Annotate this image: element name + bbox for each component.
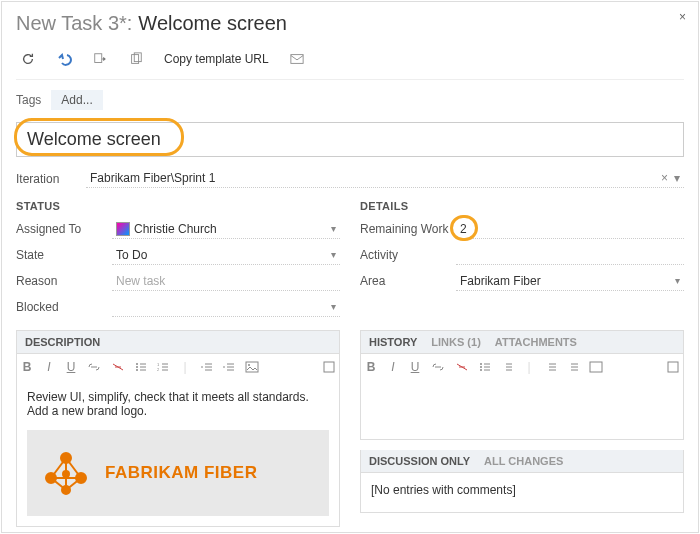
number-list-icon[interactable]: 12 [157, 362, 169, 372]
outdent-icon[interactable] [201, 362, 213, 372]
discussion-body: [No entries with comments] [360, 473, 684, 513]
underline-icon[interactable]: U [409, 360, 421, 374]
chevron-down-icon[interactable]: ▾ [331, 249, 336, 260]
brand-name: FABRIKAM FIBER [105, 463, 257, 483]
details-heading: DETAILS [360, 200, 684, 212]
svg-rect-0 [95, 54, 102, 63]
svg-point-24 [480, 366, 482, 368]
svg-point-22 [63, 471, 69, 477]
copy-icon[interactable] [128, 51, 144, 67]
refresh-icon[interactable] [20, 51, 36, 67]
svg-point-18 [61, 453, 71, 463]
clear-icon[interactable]: × [661, 171, 668, 185]
history-toolbar: B I U | [360, 354, 684, 380]
undo-icon[interactable] [56, 51, 72, 67]
svg-rect-9 [246, 362, 258, 372]
reason-label: Reason [16, 274, 112, 288]
description-toolbar: B I U 12 | [16, 354, 340, 380]
reason-field[interactable]: New task [112, 271, 340, 291]
area-field[interactable]: Fabrikam Fiber ▾ [456, 271, 684, 291]
status-heading: STATUS [16, 200, 340, 212]
unlink-icon[interactable] [455, 362, 469, 372]
blocked-field[interactable]: ▾ [112, 297, 340, 317]
chevron-down-icon[interactable]: ▾ [331, 223, 336, 234]
chevron-down-icon[interactable]: ▾ [675, 275, 680, 286]
area-label: Area [360, 274, 456, 288]
brand-logo-block: FABRIKAM FIBER [27, 430, 329, 516]
assign-icon[interactable] [92, 51, 108, 67]
remaining-work-label: Remaining Work [360, 222, 456, 236]
avatar [116, 222, 130, 236]
outdent-icon[interactable] [545, 362, 557, 372]
main-toolbar: Copy template URL [16, 45, 684, 80]
svg-text:2: 2 [157, 367, 160, 372]
bold-icon[interactable]: B [365, 360, 377, 374]
description-editor[interactable]: Review UI, simplify, check that it meets… [16, 380, 340, 527]
indent-icon[interactable] [223, 362, 235, 372]
link-icon[interactable] [87, 362, 101, 372]
image-icon[interactable] [245, 361, 259, 373]
chevron-down-icon[interactable]: ▾ [331, 301, 336, 312]
header-title: Welcome screen [138, 12, 287, 35]
header-prefix: New Task 3*: [16, 12, 132, 35]
bullet-list-icon[interactable] [479, 362, 491, 372]
svg-point-6 [136, 369, 138, 371]
number-list-icon[interactable] [501, 362, 513, 372]
activity-field[interactable] [456, 245, 684, 265]
link-icon[interactable] [431, 362, 445, 372]
svg-point-4 [136, 363, 138, 365]
remaining-work-value: 2 [460, 222, 467, 236]
bold-icon[interactable]: B [21, 360, 33, 374]
tags-label: Tags [16, 93, 41, 107]
description-text: Review UI, simplify, check that it meets… [27, 390, 329, 418]
svg-rect-3 [291, 55, 303, 64]
bullet-list-icon[interactable] [135, 362, 147, 372]
assigned-to-field[interactable]: Christie Church ▾ [112, 219, 340, 239]
tags-row: Tags Add... [16, 90, 684, 110]
window-header: New Task 3*: Welcome screen [16, 12, 684, 35]
state-label: State [16, 248, 112, 262]
add-tag-button[interactable]: Add... [51, 90, 102, 110]
tab-attachments[interactable]: ATTACHMENTS [495, 336, 577, 348]
italic-icon[interactable]: I [43, 360, 55, 374]
svg-point-21 [62, 486, 70, 494]
copy-template-url-button[interactable]: Copy template URL [164, 52, 269, 66]
maximize-icon[interactable] [323, 361, 335, 373]
state-field[interactable]: To Do ▾ [112, 245, 340, 265]
state-value: To Do [116, 248, 147, 262]
svg-point-5 [136, 366, 138, 368]
description-heading: DESCRIPTION [16, 330, 340, 354]
maximize-icon[interactable] [667, 361, 679, 373]
tab-history[interactable]: HISTORY [369, 336, 417, 348]
title-input[interactable] [16, 122, 684, 157]
close-icon[interactable]: × [679, 10, 686, 24]
assigned-to-value: Christie Church [134, 222, 217, 236]
brand-logo-icon [41, 448, 91, 498]
unlink-icon[interactable] [111, 362, 125, 372]
chevron-down-icon[interactable]: ▾ [674, 171, 680, 185]
indent-icon[interactable] [567, 362, 579, 372]
svg-rect-26 [590, 362, 602, 372]
tab-discussion-only[interactable]: DISCUSSION ONLY [369, 455, 470, 467]
area-value: Fabrikam Fiber [460, 274, 541, 288]
remaining-work-field[interactable]: 2 [456, 219, 684, 239]
blocked-label: Blocked [16, 300, 112, 314]
history-editor[interactable] [360, 380, 684, 440]
tab-all-changes[interactable]: ALL CHANGES [484, 455, 563, 467]
assigned-to-label: Assigned To [16, 222, 112, 236]
svg-point-19 [46, 473, 56, 483]
svg-point-25 [480, 369, 482, 371]
iteration-value: Fabrikam Fiber\Sprint 1 [90, 171, 215, 185]
underline-icon[interactable]: U [65, 360, 77, 374]
image-icon[interactable] [589, 361, 603, 373]
activity-label: Activity [360, 248, 456, 262]
discussion-tabs: DISCUSSION ONLY ALL CHANGES [360, 450, 684, 473]
svg-point-23 [480, 363, 482, 365]
iteration-label: Iteration [16, 172, 86, 186]
svg-point-20 [76, 473, 86, 483]
iteration-field[interactable]: Fabrikam Fiber\Sprint 1 × ▾ [86, 169, 684, 188]
svg-point-10 [248, 364, 250, 366]
email-icon[interactable] [289, 51, 305, 67]
tab-links[interactable]: LINKS (1) [431, 336, 481, 348]
italic-icon[interactable]: I [387, 360, 399, 374]
